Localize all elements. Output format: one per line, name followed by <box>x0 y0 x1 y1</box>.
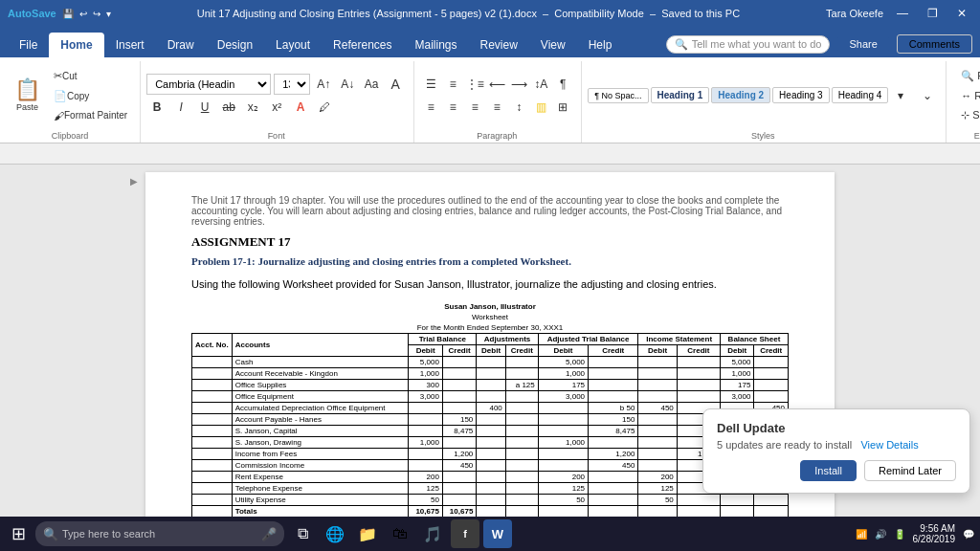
increase-indent-button[interactable]: ⟶ <box>508 74 529 95</box>
bullets-button[interactable]: ☰ <box>420 74 441 95</box>
borders-button[interactable]: ⊞ <box>552 97 573 118</box>
col-is-credit: Credit <box>677 345 720 357</box>
tab-review[interactable]: Review <box>469 33 529 57</box>
clipboard-label: Clipboard <box>8 127 132 141</box>
line-spacing-button[interactable]: ↕ <box>508 97 529 118</box>
superscript-button[interactable]: x² <box>266 97 287 118</box>
highlight-button[interactable]: 🖊 <box>314 97 335 118</box>
instruction-text: Using the following Worksheet provided f… <box>191 278 789 290</box>
taskbar-mic-icon[interactable]: 🎤 <box>261 527 277 541</box>
dell-remind-button[interactable]: Remind Later <box>864 460 956 481</box>
paste-button[interactable]: 📋 Paste <box>8 75 47 117</box>
grow-font-button[interactable]: A↑ <box>313 74 334 95</box>
font-size-select[interactable]: 13 <box>274 74 310 95</box>
taskbar-store-icon[interactable]: 🛍 <box>386 519 414 548</box>
format-painter-button[interactable]: 🖌 Format Painter <box>49 107 132 124</box>
tab-design[interactable]: Design <box>206 33 264 57</box>
taskbar-task-view[interactable]: ⧉ <box>288 519 317 548</box>
taskbar-search-input[interactable] <box>35 521 284 546</box>
table-row <box>589 437 638 449</box>
cut-button[interactable]: ✂ Cut <box>49 67 132 85</box>
ribbon-content: 📋 Paste ✂ Cut 📄 Copy 🖌 Format Painter <box>0 57 980 143</box>
strikethrough-button[interactable]: ab <box>218 97 239 118</box>
font-content: Cambria (Headin 13 A↑ A↓ Aa A B I U <box>146 63 406 127</box>
taskbar-network-icon[interactable]: 📶 <box>856 529 867 540</box>
maximize-button[interactable]: ❐ <box>922 5 944 22</box>
tab-insert[interactable]: Insert <box>104 33 156 57</box>
numbering-button[interactable]: ≡ <box>442 74 463 95</box>
tab-view[interactable]: View <box>529 33 577 57</box>
compat-mode: Compatibility Mode <box>554 8 644 19</box>
table-row <box>754 368 789 380</box>
close-button[interactable]: ✕ <box>951 5 972 22</box>
tab-references[interactable]: References <box>322 33 403 57</box>
style-heading2[interactable]: Heading 2 <box>711 87 770 103</box>
copy-button[interactable]: 📄 Copy <box>49 87 132 105</box>
table-row <box>477 483 505 495</box>
font-style-button[interactable]: Aa <box>361 74 382 95</box>
decrease-indent-button[interactable]: ⟵ <box>486 74 507 95</box>
table-row <box>720 495 753 506</box>
show-marks-button[interactable]: ¶ <box>552 74 573 95</box>
taskbar-folder-icon[interactable]: 📁 <box>353 519 382 548</box>
style-heading3[interactable]: Heading 3 <box>772 87 830 103</box>
align-right-button[interactable]: ≡ <box>464 97 485 118</box>
undo-icon[interactable]: ↩ <box>79 9 87 19</box>
multilevel-button[interactable]: ⋮≡ <box>464 74 485 95</box>
find-button[interactable]: 🔍 Find ▾ <box>952 67 980 85</box>
table-row <box>192 357 233 368</box>
minimize-button[interactable]: — <box>891 5 914 22</box>
start-button[interactable]: ⊞ <box>6 523 32 544</box>
sort-button[interactable]: ↕A <box>530 74 551 95</box>
subscript-button[interactable]: x₂ <box>242 97 263 118</box>
share-button[interactable]: Share <box>837 35 888 53</box>
taskbar-notification-icon[interactable]: 💬 <box>963 529 974 540</box>
italic-button[interactable]: I <box>170 97 191 118</box>
font-name-select[interactable]: Cambria (Headin <box>146 74 271 95</box>
shrink-font-button[interactable]: A↓ <box>337 74 358 95</box>
table-row: 10,675 <box>409 506 442 518</box>
shading-button[interactable]: ▥ <box>530 97 551 118</box>
tab-layout[interactable]: Layout <box>264 33 322 57</box>
style-heading1[interactable]: Heading 1 <box>651 87 710 103</box>
table-row <box>538 506 588 518</box>
tab-file[interactable]: File <box>8 33 49 57</box>
taskbar-chrome-icon[interactable]: f <box>451 519 479 548</box>
tab-help[interactable]: Help <box>577 33 624 57</box>
table-row: 5,000 <box>409 357 442 368</box>
redo-icon[interactable]: ↪ <box>93 9 100 19</box>
taskbar-volume-icon[interactable]: 🔊 <box>875 529 886 540</box>
justify-button[interactable]: ≡ <box>486 97 507 118</box>
table-row: a 125 <box>505 380 538 391</box>
autosave-icon[interactable]: 💾 <box>62 9 74 19</box>
tell-me-bar[interactable]: 🔍 Tell me what you want to do <box>666 35 831 54</box>
table-row: 5,000 <box>538 357 588 368</box>
copy-icon: 📄 <box>54 90 67 102</box>
taskbar: ⊞ 🔍 🎤 ⧉ 🌐 📁 🛍 🎵 f W 📶 🔊 🔋 9:56 AM 6/28/2… <box>0 517 980 551</box>
taskbar-music-icon[interactable]: 🎵 <box>418 519 447 548</box>
table-row <box>589 472 638 483</box>
font-color-button[interactable]: A <box>290 97 311 118</box>
dell-install-button[interactable]: Install <box>800 460 857 481</box>
tab-mailings[interactable]: Mailings <box>403 33 468 57</box>
style-heading4[interactable]: Heading 4 <box>832 87 889 103</box>
clear-format-button[interactable]: A <box>385 74 406 95</box>
underline-button[interactable]: U <box>194 97 215 118</box>
collapse-button[interactable]: ▶ <box>130 176 138 187</box>
select-button[interactable]: ⊹ Select ▾ <box>952 106 980 124</box>
dell-view-details-link[interactable]: View Details <box>860 439 918 451</box>
tab-home[interactable]: Home <box>49 33 103 57</box>
taskbar-edge-icon[interactable]: 🌐 <box>321 519 349 548</box>
table-row <box>638 426 677 437</box>
styles-expand-button[interactable]: ⌄ <box>917 85 938 106</box>
table-row <box>477 495 505 506</box>
taskbar-word-icon[interactable]: W <box>483 519 512 548</box>
comments-button[interactable]: Comments <box>897 34 972 54</box>
align-center-button[interactable]: ≡ <box>442 97 463 118</box>
align-left-button[interactable]: ≡ <box>420 97 441 118</box>
styles-scroll-button[interactable]: ▾ <box>890 85 911 106</box>
bold-button[interactable]: B <box>146 97 167 118</box>
style-normal[interactable]: ¶ No Spac... <box>588 88 648 103</box>
replace-button[interactable]: ↔ Replace <box>952 87 980 104</box>
tab-draw[interactable]: Draw <box>156 33 206 57</box>
